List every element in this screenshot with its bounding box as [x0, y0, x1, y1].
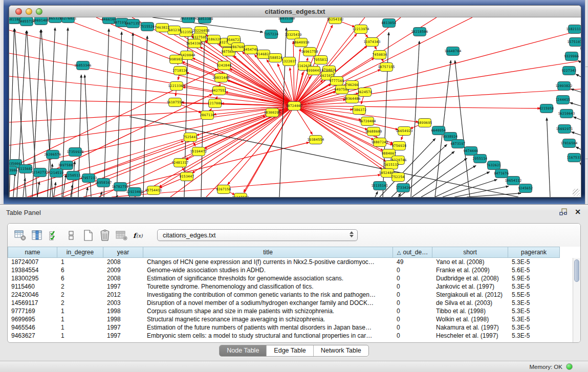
- graph-node[interactable]: 26206576: [44, 150, 61, 159]
- column-header-out_degree[interactable]: △out_de…: [393, 247, 432, 258]
- cell-name[interactable]: 9699695: [8, 315, 57, 323]
- graph-node[interactable]: 1167533: [567, 154, 581, 162]
- column-header-in_degree[interactable]: in_degree: [57, 247, 103, 258]
- column-header-pagerank[interactable]: pagerank: [508, 247, 560, 258]
- column-header-short[interactable]: short: [432, 247, 508, 258]
- cell-name[interactable]: 9463627: [8, 332, 57, 340]
- network-canvas[interactable]: 1872400723226058932750589123549601238746…: [9, 17, 581, 197]
- graph-node[interactable]: 998902: [170, 55, 183, 64]
- cell-in_degree[interactable]: 2: [57, 299, 103, 307]
- cell-in_degree[interactable]: 2: [57, 291, 103, 299]
- cell-in_degree[interactable]: 1: [57, 323, 103, 332]
- graph-node[interactable]: 18300295: [264, 108, 280, 117]
- column-header-name[interactable]: name: [8, 247, 57, 258]
- table-row[interactable]: 977716911998Corpus callosum shape and si…: [8, 307, 573, 315]
- graph-node[interactable]: 18640910: [292, 38, 309, 47]
- cell-out_degree[interactable]: 49: [393, 258, 432, 266]
- cell-pagerank[interactable]: 5.5E-5: [508, 291, 560, 299]
- cell-in_degree[interactable]: 6: [57, 266, 103, 274]
- graph-node[interactable]: 18757155: [378, 63, 395, 72]
- cell-out_degree[interactable]: 0: [393, 323, 432, 332]
- cell-in_degree[interactable]: 1: [57, 258, 103, 266]
- cell-out_degree[interactable]: 0: [393, 282, 432, 291]
- table-row[interactable]: 1830029562008Estimation of significance …: [8, 274, 573, 282]
- graph-node[interactable]: 16961758: [301, 48, 318, 56]
- row-height-icon[interactable]: [62, 228, 79, 243]
- cell-in_degree[interactable]: 2: [57, 282, 103, 291]
- table-row[interactable]: 1938455462009Genome-wide association stu…: [8, 266, 573, 274]
- graph-node[interactable]: 6899695: [417, 119, 432, 127]
- cell-pagerank[interactable]: 5.3E-5: [508, 332, 560, 340]
- graph-node[interactable]: 9777169: [329, 77, 344, 85]
- tab-network-table[interactable]: Network Table: [313, 345, 368, 356]
- graph-node[interactable]: 7525441: [183, 133, 198, 142]
- graph-node[interactable]: 16035380: [278, 17, 295, 23]
- graph-node[interactable]: 18807243: [371, 138, 388, 147]
- cell-year[interactable]: 2009: [103, 266, 143, 274]
- cell-year[interactable]: 1997: [103, 332, 143, 340]
- graph-node[interactable]: 15692971: [556, 125, 573, 134]
- graph-node[interactable]: 16210643: [558, 110, 575, 118]
- cell-name[interactable]: 18724007: [8, 258, 57, 266]
- cell-short[interactable]: Nakamura et al. (1997): [432, 323, 508, 332]
- cell-title[interactable]: Structural magnetic resonance image aver…: [143, 315, 393, 323]
- cell-year[interactable]: 2012: [103, 291, 143, 299]
- delete-table-icon[interactable]: [96, 228, 113, 243]
- graph-node[interactable]: 15754411: [145, 186, 162, 195]
- cell-out_degree[interactable]: 0: [393, 332, 432, 340]
- graph-node[interactable]: 9756928: [391, 142, 406, 150]
- graph-node[interactable]: 15135141: [371, 182, 388, 190]
- graph-node[interactable]: 9245652: [518, 184, 533, 193]
- cell-title[interactable]: Genome-wide association studies in ADHD.: [143, 266, 393, 274]
- graph-node[interactable]: 1588520: [268, 54, 282, 62]
- graph-node[interactable]: 9153447: [179, 172, 194, 181]
- graph-node[interactable]: 15254192: [326, 17, 343, 24]
- cell-name[interactable]: 9777169: [8, 307, 57, 315]
- graph-node[interactable]: 15276021: [59, 17, 76, 23]
- graph-node[interactable]: 10688609: [365, 127, 382, 136]
- import-table-icon[interactable]: [113, 228, 130, 243]
- table-row[interactable]: 1872400712008Changes of HCN gene express…: [8, 258, 573, 266]
- graph-node[interactable]: 1115682: [18, 165, 33, 173]
- cell-short[interactable]: Stergiakouli et al. (2012): [432, 291, 508, 299]
- graph-node[interactable]: 9427552: [211, 86, 226, 95]
- cell-out_degree[interactable]: 0: [393, 291, 432, 299]
- graph-node[interactable]: 7386372: [352, 106, 366, 115]
- graph-node[interactable]: 12923468: [126, 188, 143, 196]
- graph-node[interactable]: 8813054: [381, 19, 396, 28]
- cell-out_degree[interactable]: 0: [393, 266, 432, 274]
- graph-node[interactable]: 12213974: [352, 25, 369, 34]
- graph-node[interactable]: 16958167: [95, 179, 112, 187]
- graph-node[interactable]: 8990443: [306, 67, 321, 75]
- cell-year[interactable]: 2003: [103, 299, 143, 307]
- graph-node[interactable]: 3313906: [9, 166, 18, 175]
- graph-node[interactable]: 2867130: [200, 111, 214, 120]
- cell-out_degree[interactable]: 0: [393, 315, 432, 323]
- vertical-scrollbar[interactable]: [573, 258, 580, 342]
- graph-node[interactable]: 7955812: [313, 56, 328, 64]
- resize-grip[interactable]: [573, 189, 580, 196]
- cell-short[interactable]: Tibbo et al. (1998): [432, 307, 508, 315]
- cell-title[interactable]: Changes of HCN gene expression and I(f) …: [143, 258, 393, 266]
- graph-node[interactable]: 16720404: [359, 117, 376, 126]
- graph-node[interactable]: 26053346: [74, 61, 91, 70]
- graph-node[interactable]: 12213363: [168, 82, 185, 91]
- cell-name[interactable]: 9115460: [8, 282, 57, 291]
- graph-node[interactable]: 9474444: [463, 147, 478, 156]
- cell-pagerank[interactable]: 5.9E-5: [508, 274, 560, 282]
- graph-node[interactable]: 7632621: [486, 161, 501, 170]
- cell-name[interactable]: 18300295: [8, 274, 57, 282]
- graph-node[interactable]: 6640954: [431, 126, 446, 135]
- table-settings-icon[interactable]: [12, 228, 29, 243]
- graph-node[interactable]: 17359928: [67, 148, 83, 157]
- graph-node[interactable]: 752254: [392, 173, 405, 182]
- graph-node[interactable]: 12093822: [555, 82, 572, 91]
- cell-name[interactable]: 22420046: [8, 291, 57, 299]
- graph-node[interactable]: 19384554: [307, 136, 324, 144]
- graph-node[interactable]: 3624574: [357, 88, 372, 97]
- table-row[interactable]: 2242004622012Investigating the contribut…: [8, 291, 573, 299]
- cell-title[interactable]: Estimation of the future numbers of pati…: [143, 323, 393, 332]
- graph-node[interactable]: 1322037: [281, 57, 296, 66]
- cell-title[interactable]: Embryonic stem cells: a model to study s…: [143, 332, 393, 340]
- cell-year[interactable]: 1998: [103, 315, 143, 323]
